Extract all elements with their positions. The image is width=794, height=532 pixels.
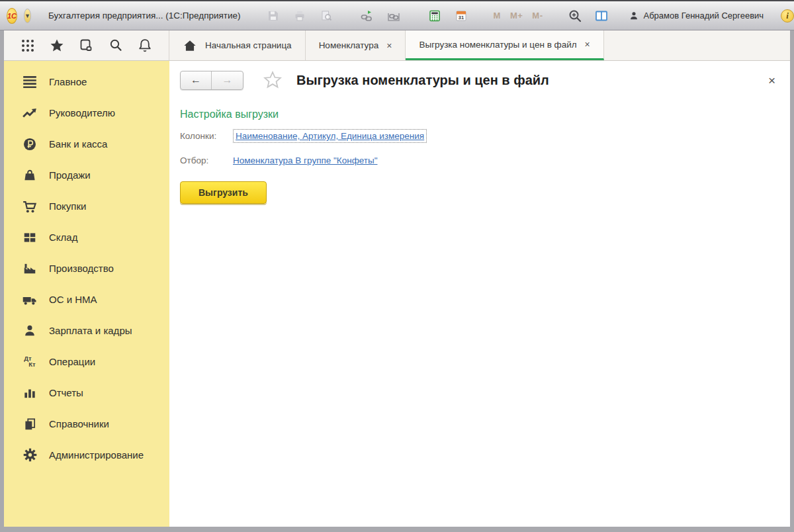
application-window: 1С ▼ Бухгалтерия предприятия... (1С:Пред… [0,0,794,532]
filter-link[interactable]: Номенклатура В группе "Конфеты" [233,155,377,165]
factory-icon [21,260,38,277]
history-icon[interactable] [78,38,94,54]
sidebar-item-administration[interactable]: Администрирование [4,439,169,470]
calendar-icon[interactable]: 31 [453,7,470,24]
sidebar-item-salary-hr[interactable]: Зарплата и кадры [4,315,169,346]
tab-bar: Начальная страница Номенклатура × Выгруз… [4,30,790,61]
add-to-favorites-star-icon[interactable] [262,70,283,90]
memory-subtract-button[interactable]: M- [532,11,543,21]
notifications-bell-icon[interactable] [137,38,153,54]
forward-button[interactable]: → [212,71,243,89]
print-icon[interactable] [291,7,308,24]
tab-export-nomenclature[interactable]: Выгрузка номенклатуры и цен в файл × [406,30,603,60]
sidebar-item-directories[interactable]: Справочники [4,408,169,439]
trend-chart-icon [21,105,38,122]
section-heading: Настройка выгрузки [180,109,779,120]
zoom-in-icon[interactable] [566,7,584,24]
sidebar-item-warehouse[interactable]: Склад [4,222,169,253]
tab-label: Выгрузка номенклатуры и цен в файл [419,40,576,50]
person-icon [21,322,38,339]
page-title: Выгрузка номенклатуры и цен в файл [296,73,549,88]
sidebar-item-bank-cash[interactable]: Банк и касса [4,128,169,159]
all-functions-grid-icon[interactable] [20,38,36,54]
service-icon-strip [4,30,169,60]
gear-icon [21,447,38,464]
truck-icon [21,291,38,308]
navigation-buttons: ← → [180,71,243,90]
tab-close-icon[interactable]: × [585,39,590,50]
form-export-nomenclature: ← → Выгрузка номенклатуры и цен в файл ×… [169,61,790,527]
1c-logo-icon[interactable]: 1С [7,8,17,24]
memory-recall-button[interactable]: M [494,11,501,21]
tab-label: Начальная страница [205,40,292,50]
menu-icon [21,73,38,91]
books-icon [21,416,38,433]
user-icon [629,11,639,21]
get-link-icon[interactable] [359,7,376,24]
tab-close-icon[interactable]: × [386,40,392,51]
sidebar-item-production[interactable]: Производство [4,253,169,284]
memory-add-button[interactable]: M+ [510,11,523,21]
current-user[interactable]: Абрамов Геннадий Сергеевич [629,11,764,21]
sidebar-item-operations[interactable]: ДтКт Операции [4,346,169,377]
search-icon[interactable] [108,38,124,54]
sidebar-item-sales[interactable]: Продажи [4,159,169,191]
sidebar-item-main[interactable]: Главное [4,66,169,97]
sidebar-item-manager[interactable]: Руководителю [4,97,169,128]
window-title: Бухгалтерия предприятия... (1С:Предприят… [48,11,241,21]
go-to-link-icon[interactable] [385,7,402,24]
debit-credit-icon: ДтКт [21,353,38,371]
sidebar-item-reports[interactable]: Отчеты [4,377,169,408]
svg-text:31: 31 [458,14,463,20]
shopping-cart-icon [21,198,38,215]
form-header: ← → Выгрузка номенклатуры и цен в файл × [180,70,779,90]
tab-home[interactable]: Начальная страница [169,30,306,60]
columns-link[interactable]: Наименование, Артикул, Единица измерения [233,129,427,143]
calculator-icon[interactable] [426,7,443,24]
sidebar-item-fixed-assets[interactable]: ОС и НМА [4,284,169,315]
close-form-icon[interactable]: × [768,74,775,87]
columns-field-row: Колонки: Наименование, Артикул, Единица … [180,129,779,143]
home-icon [183,39,197,52]
ruble-circle-icon [21,136,38,153]
columns-label: Колонки: [180,131,233,141]
warehouse-boxes-icon [21,229,38,246]
split-view-icon[interactable] [593,7,610,24]
user-name: Абрамов Геннадий Сергеевич [643,11,764,21]
main-menu-dropdown-icon[interactable]: ▼ [24,9,31,23]
tab-nomenclature[interactable]: Номенклатура × [306,30,406,60]
back-button[interactable]: ← [181,71,212,89]
print-preview-icon[interactable] [318,7,335,24]
title-bar: 1С ▼ Бухгалтерия предприятия... (1С:Пред… [0,0,794,30]
filter-label: Отбор: [180,155,233,165]
tab-label: Номенклатура [319,40,379,50]
sidebar: Главное Руководителю Банк и касса Продаж… [4,61,169,527]
info-icon[interactable]: i [781,9,794,22]
bar-chart-icon [21,384,38,402]
sidebar-item-purchases[interactable]: Покупки [4,191,169,222]
shopping-bag-icon [21,167,38,184]
favorites-star-icon[interactable] [49,38,65,54]
export-button[interactable]: Выгрузить [180,181,267,204]
save-icon[interactable] [265,7,282,24]
filter-field-row: Отбор: Номенклатура В группе "Конфеты" [180,155,779,165]
